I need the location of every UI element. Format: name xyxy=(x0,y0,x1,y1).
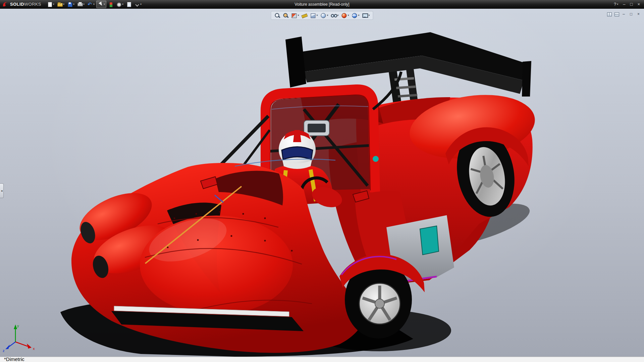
view-orientation-button[interactable]: ▾ xyxy=(309,12,318,19)
help-dropdown-arrow-icon[interactable]: ▾ xyxy=(617,3,618,6)
options-icon xyxy=(116,2,121,7)
zoom-to-fit-icon xyxy=(274,12,280,18)
undo-icon xyxy=(87,2,93,7)
open-button[interactable]: ▾ xyxy=(56,1,65,8)
hide-show-items-dropdown-arrow-icon[interactable]: ▾ xyxy=(337,14,338,17)
triad-z-label: z xyxy=(3,349,5,353)
select-dropdown-arrow-icon[interactable]: ▾ xyxy=(104,3,105,6)
solidworks-window: SOLIDWORKS ▾▾▾▾▾▾▾▾ Voiture assemblee [R… xyxy=(0,0,644,362)
view-orientation-dropdown-arrow-icon[interactable]: ▾ xyxy=(316,14,318,17)
car-body[interactable] xyxy=(71,72,539,353)
view-orientation-label: *Dimetric xyxy=(4,357,24,362)
display-style-button[interactable]: ▾ xyxy=(319,12,329,19)
status-bar xyxy=(0,357,644,362)
display-style-icon xyxy=(320,12,326,18)
document-window-controls: –□× xyxy=(606,11,641,17)
print-icon xyxy=(77,2,83,7)
rebuild-icon xyxy=(108,2,113,7)
zoom-to-area-icon xyxy=(282,12,288,18)
select-icon xyxy=(98,2,103,7)
section-view-button[interactable]: ▾ xyxy=(290,12,300,19)
graphics-area[interactable]: x y z ▾▾▾▾▾▾▾ –□× ◂ xyxy=(0,9,644,357)
hide-show-items-icon xyxy=(330,12,336,18)
window-controls: ?▾–□× xyxy=(612,2,644,7)
section-view-dropdown-arrow-icon[interactable]: ▾ xyxy=(298,14,299,17)
triad-y-label: y xyxy=(17,324,19,328)
edit-appearance-icon xyxy=(341,12,347,18)
minimize-icon: – xyxy=(623,2,625,6)
heads-up-toolbar: ▾▾▾▾▾▾▾ xyxy=(271,11,373,20)
doc-close-button[interactable]: × xyxy=(636,11,641,17)
new-document-icon xyxy=(47,2,52,7)
file-properties-icon xyxy=(126,2,131,7)
maximize-button[interactable]: □ xyxy=(629,2,634,7)
options-dropdown-arrow-icon[interactable]: ▾ xyxy=(122,3,123,6)
hide-show-items-button[interactable]: ▾ xyxy=(330,12,339,19)
save-icon xyxy=(67,2,72,7)
measure-button[interactable] xyxy=(301,12,308,19)
standard-toolbar: ▾▾▾▾▾▾▾▾ xyxy=(46,1,143,8)
zoom-to-fit-button[interactable] xyxy=(273,12,281,19)
viewport-layout-2-icon xyxy=(614,11,619,17)
triad-x-label: x xyxy=(33,347,35,351)
section-view-icon xyxy=(291,12,297,18)
apply-scene-dropdown-arrow-icon[interactable]: ▾ xyxy=(358,14,360,17)
maximize-icon: □ xyxy=(630,2,633,6)
doc-minimize-button[interactable]: – xyxy=(621,11,627,17)
open-dropdown-arrow-icon[interactable]: ▾ xyxy=(63,3,64,6)
task-pane-collapse-tab[interactable]: ◂ xyxy=(0,183,4,198)
open-icon xyxy=(57,2,62,7)
doc-restore-button[interactable]: □ xyxy=(628,11,634,17)
new-document-dropdown-arrow-icon[interactable]: ▾ xyxy=(53,3,54,6)
new-document-button[interactable]: ▾ xyxy=(46,1,55,8)
help-icon: ? xyxy=(614,2,616,6)
options-button[interactable]: ▾ xyxy=(115,1,124,8)
doc-minimize-icon: – xyxy=(623,12,625,16)
edit-appearance-button[interactable]: ▾ xyxy=(340,12,350,19)
collapse-arrow-icon: ◂ xyxy=(1,189,3,192)
file-properties-button[interactable] xyxy=(125,1,132,8)
rebuild-button[interactable] xyxy=(107,1,114,8)
view-settings-button[interactable]: ▾ xyxy=(361,12,371,19)
print-dropdown-arrow-icon[interactable]: ▾ xyxy=(83,3,85,6)
view-orientation-icon xyxy=(310,12,316,18)
save-button[interactable]: ▾ xyxy=(66,1,75,8)
app-name-bold: SOLID xyxy=(10,2,24,7)
viewport-layout-button[interactable] xyxy=(606,11,612,17)
minimize-button[interactable]: – xyxy=(622,2,627,7)
apply-scene-icon xyxy=(352,12,358,18)
toolbar-flyout-button[interactable]: ▾ xyxy=(133,1,143,8)
toolbar-flyout-dropdown-arrow-icon[interactable]: ▾ xyxy=(140,3,142,6)
close-icon: × xyxy=(637,2,640,6)
display-style-dropdown-arrow-icon[interactable]: ▾ xyxy=(327,14,328,17)
side-window-glass xyxy=(420,226,439,255)
app-name: SOLIDWORKS xyxy=(10,2,41,7)
close-button[interactable]: × xyxy=(636,2,641,7)
toolbar-flyout-icon xyxy=(134,2,140,7)
print-button[interactable]: ▾ xyxy=(76,1,86,8)
undo-button[interactable]: ▾ xyxy=(86,1,96,8)
save-dropdown-arrow-icon[interactable]: ▾ xyxy=(73,3,74,6)
select-button[interactable]: ▾ xyxy=(96,1,106,8)
view-settings-icon xyxy=(362,12,368,18)
zoom-to-area-button[interactable] xyxy=(282,12,289,19)
doc-close-icon: × xyxy=(637,12,640,16)
doc-restore-icon: □ xyxy=(630,12,632,16)
app-name-light: WORKS xyxy=(24,2,41,7)
viewport-layout-2-button[interactable] xyxy=(613,11,619,17)
apply-scene-button[interactable]: ▾ xyxy=(351,12,360,19)
solidworks-logo-icon xyxy=(2,1,9,8)
edit-appearance-dropdown-arrow-icon[interactable]: ▾ xyxy=(348,14,349,17)
help-button[interactable]: ?▾ xyxy=(612,2,620,7)
model-scene[interactable]: x y z xyxy=(0,9,644,357)
title-bar: SOLIDWORKS ▾▾▾▾▾▾▾▾ Voiture assemblee [R… xyxy=(0,0,644,9)
undo-dropdown-arrow-icon[interactable]: ▾ xyxy=(93,3,95,6)
viewport-layout-icon xyxy=(606,11,612,17)
orientation-triad: x y z xyxy=(3,324,35,353)
measure-icon xyxy=(301,12,307,18)
view-settings-dropdown-arrow-icon[interactable]: ▾ xyxy=(369,14,370,17)
